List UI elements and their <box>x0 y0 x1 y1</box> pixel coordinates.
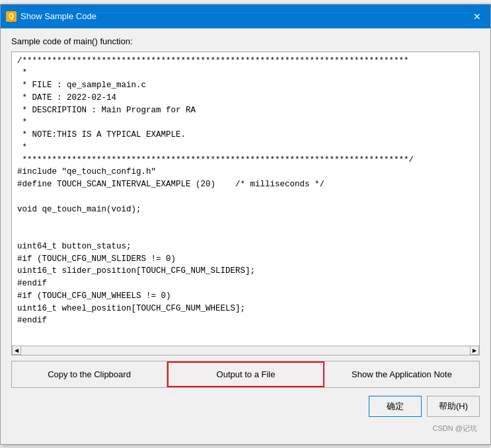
code-area-wrapper: /***************************************… <box>11 52 480 355</box>
output-file-button[interactable]: Output to a File <box>167 361 324 387</box>
action-button-row: Copy to the Clipboard Output to a File S… <box>11 361 480 388</box>
main-window: Q Show Sample Code ✕ Sample code of main… <box>0 4 491 445</box>
window-body: Sample code of main() function: /*******… <box>1 28 490 444</box>
code-scroll-area[interactable]: /***************************************… <box>12 52 479 346</box>
horizontal-scrollbar: ◀ ▶ <box>12 346 479 355</box>
title-bar: Q Show Sample Code ✕ <box>1 5 490 28</box>
code-content: /***************************************… <box>17 55 479 328</box>
help-button[interactable]: 帮助(H) <box>427 396 480 417</box>
code-label: Sample code of main() function: <box>11 36 480 46</box>
footer-row: 确定 帮助(H) <box>11 396 480 422</box>
scroll-right-button[interactable]: ▶ <box>470 346 479 355</box>
scroll-left-button[interactable]: ◀ <box>12 346 21 355</box>
title-bar-left: Q Show Sample Code <box>6 11 96 22</box>
close-button[interactable]: ✕ <box>469 9 485 24</box>
scroll-track[interactable] <box>21 346 470 355</box>
copy-clipboard-button[interactable]: Copy to the Clipboard <box>12 361 167 387</box>
window-title: Show Sample Code <box>20 11 96 21</box>
ok-button[interactable]: 确定 <box>369 396 422 417</box>
window-icon-label: Q <box>9 13 14 20</box>
watermark: CSDN @记坑 <box>11 422 480 436</box>
window-icon: Q <box>6 11 17 22</box>
app-note-button[interactable]: Show the Application Note <box>324 361 479 387</box>
